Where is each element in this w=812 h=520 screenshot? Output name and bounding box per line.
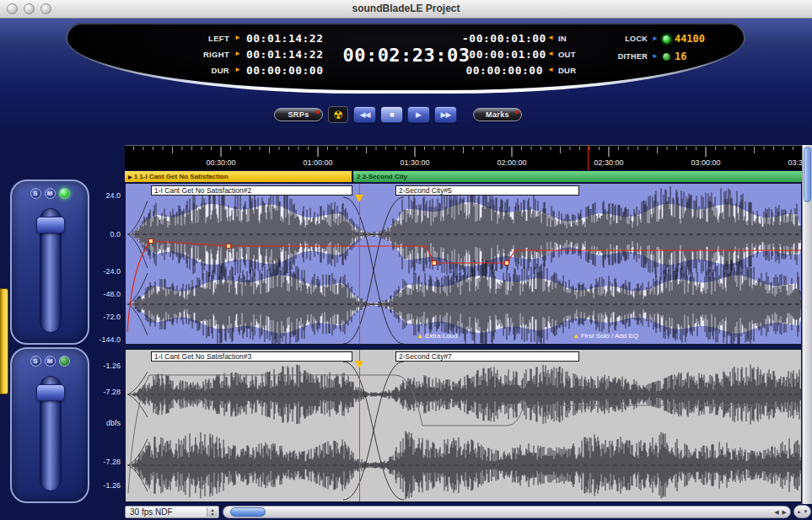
framerate-label: 30 fps NDF <box>130 507 173 517</box>
track-tab-satisfaction[interactable]: ▶1 1-I Cant Get No Satisfaction <box>125 171 352 182</box>
fader-track <box>40 376 62 491</box>
track-label: 1 1-I Cant Get No Satisfaction <box>134 173 229 180</box>
out-label: OUT <box>558 50 576 59</box>
clip-title[interactable]: 2-Second City#5 <box>395 185 579 196</box>
popup-arrows-icon: ▲▼ <box>207 507 218 517</box>
scale-label: -48.0 <box>103 290 121 298</box>
track-select-indicator[interactable] <box>0 288 8 394</box>
vertical-scrollbar-thumb[interactable] <box>804 147 811 202</box>
stop-icon: ■ <box>390 110 393 119</box>
channel-led[interactable] <box>59 188 70 199</box>
arrow-right-icon: ► <box>652 53 659 60</box>
dur2-label: DUR <box>558 66 576 75</box>
arrow-right-icon: ► <box>234 67 241 73</box>
mute-button[interactable]: M <box>45 188 56 199</box>
scale-label: -144.0 <box>99 335 121 344</box>
in-timecode: -00:00:01:00 <box>462 32 543 45</box>
arrow-right-icon: ► <box>234 35 241 41</box>
radiation-button[interactable]: ☢ <box>328 106 348 123</box>
scroll-down-icon[interactable]: ▼ <box>804 509 809 514</box>
track-label: 2 2-Second City <box>357 173 407 180</box>
scroll-right-icon[interactable]: ▶ <box>782 509 787 516</box>
arrow-right-icon: ► <box>652 35 659 42</box>
play-button[interactable]: ▶ <box>407 106 430 123</box>
clip-title[interactable]: 1-I Cant Get No Satisfaction#2 <box>151 185 352 196</box>
scroll-left-icon[interactable]: ◀ <box>774 509 778 516</box>
ruler-label: 00:30:00 <box>206 158 235 167</box>
left-label: LEFT <box>191 34 229 43</box>
srps-button[interactable]: SRPs <box>274 108 323 121</box>
dur2-timecode: 00:00:00:00 <box>462 64 543 77</box>
main-timecode: 00:02:23:03 <box>342 45 471 66</box>
track-bar: ▶1 1-I Cant Get No Satisfaction 2 2-Seco… <box>125 171 802 182</box>
marker-icon: ▲ <box>573 333 579 340</box>
ruler-label: 02:30:00 <box>594 158 623 167</box>
samplerate-value: 44100 <box>675 33 705 45</box>
track-tab-second-city[interactable]: 2 2-Second City <box>353 171 802 182</box>
rewind-button[interactable]: ◀◀ <box>353 106 376 123</box>
play-icon: ▶ <box>416 110 422 119</box>
edit-cursor[interactable] <box>359 184 360 344</box>
ruler-label: 01:30:00 <box>400 158 429 167</box>
scale-label: 0.0 <box>110 230 121 239</box>
radiation-icon: ☢ <box>333 109 343 121</box>
fader-handle[interactable] <box>36 384 65 401</box>
marker-label: First Solo / Add EQ <box>581 332 638 340</box>
waveform-display <box>126 184 802 345</box>
arrow-left-icon: ◄ <box>547 67 554 73</box>
ruler-label: 03:30:00 <box>788 158 802 167</box>
horizontal-scrollbar[interactable]: ◀ ▶ <box>223 506 791 518</box>
fader-handle[interactable] <box>36 217 65 233</box>
dither-label: DITHER <box>607 52 648 61</box>
fader-track <box>40 208 62 333</box>
window-title: soundBladeLE Project <box>0 3 812 14</box>
dur-timecode: 00:00:00:00 <box>246 64 324 77</box>
clip-title[interactable]: 1-I Cant Get No Satisfaction#3 <box>151 351 352 362</box>
arrow-left-icon: ◄ <box>547 35 554 41</box>
timeline-ruler[interactable]: 00:30:00 01:00:00 01:30:00 02:00:00 02:3… <box>125 145 802 170</box>
right-timecode: 00:01:14:22 <box>246 48 324 61</box>
vertical-scrollbar[interactable] <box>802 145 812 504</box>
horizontal-scrollbar-thumb[interactable] <box>230 507 266 517</box>
left-timecode: 00:01:14:22 <box>246 32 324 45</box>
cursor-handle-icon[interactable] <box>355 361 363 368</box>
scale-label: 24.0 <box>105 191 121 200</box>
solo-button[interactable]: S <box>30 188 41 199</box>
scale-label: -24.0 <box>103 267 121 276</box>
channel-strip-1: S M <box>10 180 89 345</box>
marker-first-solo[interactable]: ▲ First Solo / Add EQ <box>573 332 638 340</box>
stop-button[interactable]: ■ <box>380 106 403 123</box>
cursor-handle-icon[interactable] <box>355 195 363 202</box>
waveform-panel-bottom[interactable]: 1-I Cant Get No Satisfaction#3 2-Second … <box>125 349 802 502</box>
arrow-left-icon: ◄ <box>547 51 554 57</box>
arrow-right-icon: ► <box>234 51 241 57</box>
fast-forward-icon: ▶▶ <box>441 110 451 119</box>
marker-icon: ▲ <box>417 333 423 340</box>
framerate-popup[interactable]: 30 fps NDF ▲▼ <box>125 506 219 518</box>
marks-button[interactable]: Marks <box>473 108 522 121</box>
rewind-icon: ◀◀ <box>360 110 370 119</box>
lock-label: LOCK <box>607 35 648 43</box>
scale-label: -1.26 <box>103 362 121 370</box>
marker-label: Extra Loud <box>425 332 458 340</box>
scroll-up-icon[interactable]: ▲ <box>797 509 802 514</box>
right-label: RIGHT <box>191 50 229 59</box>
playhead-line[interactable] <box>588 146 589 170</box>
soundblade-window: soundBladeLE Project LEFT ► 00:01:14:22 … <box>0 0 812 520</box>
ruler-label: 01:00:00 <box>303 158 332 167</box>
channel-strip-2: S M <box>10 347 89 503</box>
popup-down-icon: ▼ <box>211 512 215 517</box>
mute-button[interactable]: M <box>45 356 56 367</box>
lock-led <box>663 35 670 43</box>
clip-title[interactable]: 2-Second City#7 <box>395 351 579 362</box>
edit-cursor[interactable] <box>359 350 360 501</box>
marker-extra-loud[interactable]: ▲ Extra Loud <box>417 332 458 340</box>
channel-led[interactable] <box>59 356 70 367</box>
solo-button[interactable]: S <box>30 356 41 367</box>
scroll-corner[interactable]: ▲ ▼ <box>793 505 811 518</box>
waveform-panel-top[interactable]: 1-I Cant Get No Satisfaction#2 2-Second … <box>125 183 802 345</box>
titlebar[interactable]: soundBladeLE Project <box>0 0 812 19</box>
scale-label: -72.0 <box>103 313 121 321</box>
fast-forward-button[interactable]: ▶▶ <box>434 106 457 123</box>
scale-label: -1.26 <box>103 481 121 490</box>
